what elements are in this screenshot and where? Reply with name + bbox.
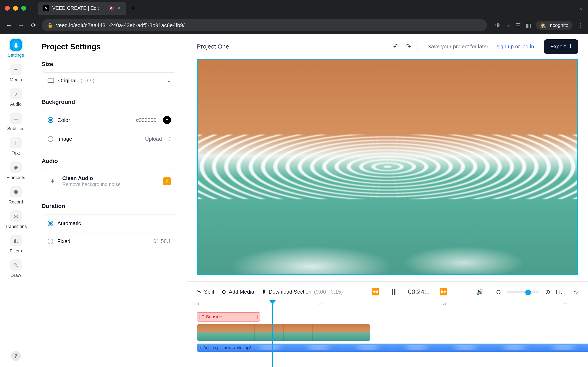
fit-button[interactable]: Fit: [556, 289, 562, 295]
browser-actions: 👁 ☆ ☰ ◧ 🕵 Incognito ⋮: [495, 21, 583, 30]
zoom-out-button[interactable]: ⊖: [496, 288, 501, 295]
clean-audio-card[interactable]: ✦ Clean Audio Remove background noise ⚡: [42, 169, 177, 193]
zoom-slider[interactable]: [507, 291, 539, 292]
rail-item-elements[interactable]: ◆ Elements: [0, 161, 32, 180]
close-tab-icon[interactable]: ✕: [117, 6, 121, 11]
size-section-label: Size: [42, 61, 177, 67]
draw-icon: ✎: [10, 259, 22, 271]
forward-button[interactable]: →: [17, 22, 25, 29]
playback-controls: ⏪ ⏸ 00:24:1 ⏩: [371, 287, 448, 297]
window-maximize-button[interactable]: [21, 6, 26, 11]
background-section-label: Background: [42, 99, 177, 105]
reload-button[interactable]: ⟳: [29, 22, 38, 29]
zoom-in-button[interactable]: ⊕: [545, 288, 550, 295]
waveform-button[interactable]: ∿: [568, 289, 578, 295]
video-preview[interactable]: [197, 59, 578, 275]
size-select[interactable]: Original (16:9) ⌄: [42, 72, 177, 89]
url-bar[interactable]: 🔒 veed.io/edit/d7aa4431-240a-43eb-adf5-8…: [42, 19, 487, 31]
redo-button[interactable]: ↷: [405, 42, 411, 50]
audio-clip[interactable]: ♪ Audio epic-new-world.mp3: [197, 343, 588, 352]
filters-icon: ◐: [10, 235, 22, 246]
audio-section-label: Audio: [42, 158, 177, 164]
rail-label: Transitions: [5, 224, 27, 229]
rail-item-media[interactable]: ＋ Media: [0, 64, 32, 82]
text-clip[interactable]: || T Seaside ||: [197, 312, 260, 322]
project-name[interactable]: Project One: [197, 43, 229, 50]
upload-icon: ⤴: [168, 136, 171, 142]
reading-list-icon[interactable]: ☰: [516, 22, 521, 29]
settings-icon: ◉: [10, 39, 22, 50]
radio-checked[interactable]: [48, 117, 53, 123]
timeline-right-controls: 🔊 | ⊖ ⊕ Fit ∿: [476, 288, 578, 295]
new-tab-button[interactable]: +: [131, 4, 135, 12]
browser-chrome: V VEED CREATE | Edit 🔇 ✕ + ⌄ ← → ⟳ 🔒 vee…: [0, 0, 588, 34]
rail-item-settings[interactable]: ◉ Settings: [0, 39, 32, 58]
add-media-button[interactable]: ⊕ Add Media: [222, 289, 254, 295]
mute-icon[interactable]: 🔇: [109, 6, 114, 11]
rail-item-audio[interactable]: ♪ Audio: [0, 88, 32, 107]
save-prompt-text: Save your project for later —: [428, 43, 497, 50]
top-bar: Project One ↶ ↷ Save your project for la…: [187, 34, 588, 59]
kebab-menu-icon[interactable]: ⋮: [577, 22, 583, 29]
time-ruler[interactable]: 0 30 60 90 120: [197, 302, 578, 308]
tabs-dropdown-icon[interactable]: ⌄: [579, 6, 583, 11]
plus-circle-icon: ⊕: [222, 289, 226, 295]
window-controls: [5, 6, 34, 11]
rail-item-filters[interactable]: ◐ Filters: [0, 235, 32, 254]
rewind-button[interactable]: ⏪: [371, 288, 379, 296]
fixed-label: Fixed: [57, 238, 70, 244]
rail-label: Elements: [7, 175, 25, 180]
music-note-icon: ♪: [199, 345, 201, 350]
grip-right-icon[interactable]: ||: [257, 315, 258, 319]
duration-options: Automatic Fixed 01:58.1: [42, 214, 177, 250]
rail-label: Text: [12, 150, 20, 156]
rail-item-subtitles[interactable]: ▭ Subtitles: [0, 113, 32, 131]
rail-label: Settings: [8, 53, 24, 58]
background-image-option[interactable]: Image Upload ⤴: [42, 130, 177, 148]
bookmark-icon[interactable]: ☆: [506, 22, 511, 29]
browser-tab[interactable]: V VEED CREATE | Edit 🔇 ✕: [38, 2, 126, 15]
plus-icon: ＋: [10, 64, 22, 75]
duration-automatic-option[interactable]: Automatic: [42, 215, 177, 232]
radio-unchecked[interactable]: [48, 136, 53, 142]
grip-left-icon[interactable]: ||: [199, 315, 200, 319]
fast-forward-button[interactable]: ⏩: [440, 288, 448, 296]
pause-button[interactable]: ⏸: [389, 287, 398, 297]
timecode: 00:24:1: [408, 288, 430, 296]
signup-link[interactable]: sign up: [497, 43, 514, 50]
undo-button[interactable]: ↶: [393, 42, 399, 50]
login-link[interactable]: log in: [521, 43, 534, 50]
rail-item-transitions[interactable]: ⋈ Transitions: [0, 210, 32, 229]
playhead[interactable]: [272, 304, 273, 367]
download-section-button[interactable]: ⬇ Download Section (0:00 - 0:15): [261, 289, 343, 295]
rail-item-draw[interactable]: ✎ Draw: [0, 259, 32, 278]
size-value: Original: [58, 77, 77, 84]
eye-off-icon[interactable]: 👁: [495, 22, 501, 29]
help-button[interactable]: ?: [11, 351, 21, 361]
radio-unchecked[interactable]: [48, 239, 53, 244]
color-swatch[interactable]: [163, 116, 171, 124]
elements-icon: ◆: [10, 161, 22, 173]
scissors-icon: ✂: [197, 289, 201, 295]
timeline-area: ✂ Split ⊕ Add Media ⬇ Download Section (…: [187, 281, 588, 367]
export-button[interactable]: Export ⤴: [544, 39, 578, 54]
rail-label: Subtitles: [7, 126, 24, 131]
radio-checked[interactable]: [48, 221, 53, 226]
rail-item-text[interactable]: T Text: [0, 137, 32, 156]
duration-fixed-option[interactable]: Fixed 01:58.1: [42, 232, 177, 250]
color-label: Color: [57, 117, 70, 123]
window-minimize-button[interactable]: [13, 6, 18, 11]
side-panel-icon[interactable]: ◧: [526, 22, 531, 29]
background-color-option[interactable]: Color #000000: [42, 110, 177, 130]
rail-item-record[interactable]: ⏺ Record: [0, 186, 32, 205]
split-button[interactable]: ✂ Split: [197, 289, 214, 295]
upload-label: Upload: [145, 136, 162, 142]
back-button[interactable]: ←: [5, 22, 13, 29]
tracks-area[interactable]: || T Seaside || ♪ Audio epic-new-world.m…: [197, 308, 578, 367]
url-text: veed.io/edit/d7aa4431-240a-43eb-adf5-8b9…: [56, 22, 185, 29]
video-clip[interactable]: [197, 324, 370, 341]
incognito-badge[interactable]: 🕵 Incognito: [536, 21, 572, 30]
undo-redo-group: ↶ ↷: [393, 42, 418, 50]
window-close-button[interactable]: [5, 6, 10, 11]
volume-button[interactable]: 🔊: [476, 288, 484, 295]
